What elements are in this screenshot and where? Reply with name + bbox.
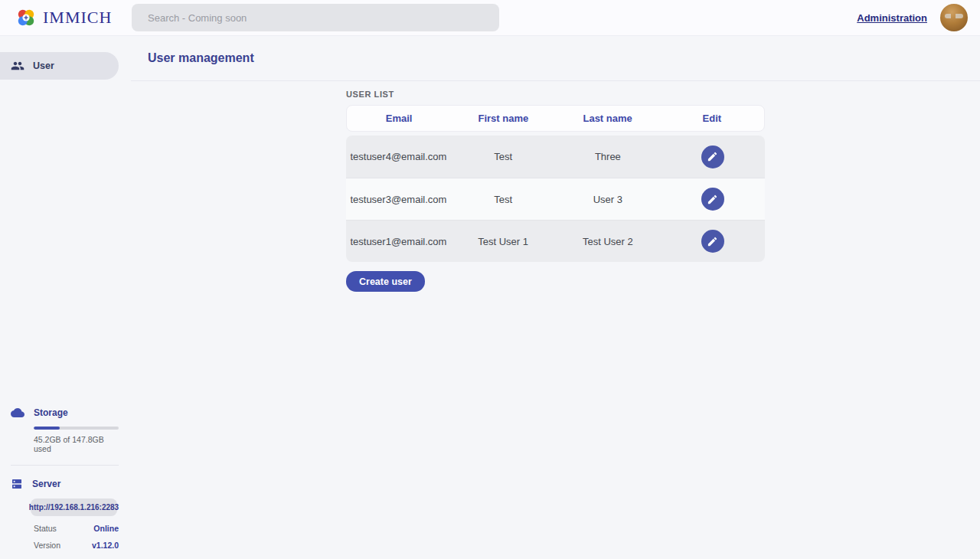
user-list-heading: USER LIST — [346, 90, 765, 99]
storage-progress-fill — [34, 427, 60, 430]
top-navbar: IMMICH Administration — [0, 0, 980, 36]
user-avatar[interactable] — [940, 4, 968, 31]
status-label: Status — [34, 524, 57, 533]
table-row: testuser4@email.com Test Three — [346, 136, 765, 178]
cloud-icon — [11, 406, 24, 420]
server-icon — [11, 478, 23, 490]
edit-user-button[interactable] — [701, 230, 724, 253]
server-url-badge: http://192.168.1.216:2283 — [31, 499, 117, 516]
sidebar-divider — [11, 465, 119, 466]
column-header-first-name: First name — [451, 113, 555, 124]
immich-flower-icon — [15, 7, 37, 28]
cell-last-name: Three — [556, 151, 661, 162]
status-value: Online — [93, 524, 119, 533]
create-user-button[interactable]: Create user — [346, 271, 425, 292]
cell-email: testuser1@email.com — [346, 236, 451, 247]
page-title: User management — [148, 51, 254, 65]
sidebar-item-user[interactable]: User — [0, 52, 119, 80]
cell-last-name: Test User 2 — [556, 236, 661, 247]
page-header: User management — [131, 36, 980, 81]
user-table-body: testuser4@email.com Test Three te — [346, 136, 765, 262]
storage-usage-text: 45.2GB of 147.8GB used — [34, 435, 119, 453]
server-status-row: Status Online — [34, 524, 119, 533]
table-row: testuser1@email.com Test User 1 Test Use… — [346, 220, 765, 262]
column-header-edit: Edit — [660, 113, 764, 124]
pencil-icon — [707, 236, 718, 247]
edit-user-button[interactable] — [701, 188, 724, 211]
content-area: User Storage 45.2GB of 147.8GB used — [0, 36, 980, 559]
people-icon — [11, 59, 24, 73]
user-table-header: Email First name Last name Edit — [346, 105, 765, 132]
main-panel: User management USER LIST Email First na… — [131, 36, 980, 559]
logo-text: IMMICH — [43, 8, 112, 28]
pencil-icon — [707, 151, 718, 162]
edit-user-button[interactable] — [701, 145, 724, 168]
column-header-email: Email — [347, 113, 451, 124]
cell-first-name: Test User 1 — [451, 236, 556, 247]
pencil-icon — [707, 194, 718, 205]
storage-progress-bar — [34, 427, 119, 430]
immich-admin-app: IMMICH Administration User — [0, 0, 980, 559]
storage-section: Storage 45.2GB of 147.8GB used — [11, 406, 119, 453]
sidebar: User Storage 45.2GB of 147.8GB used — [0, 36, 131, 559]
version-label: Version — [34, 541, 60, 550]
storage-title: Storage — [34, 407, 68, 418]
table-row: testuser3@email.com Test User 3 — [346, 178, 765, 220]
administration-link[interactable]: Administration — [857, 12, 927, 24]
server-version-row: Version v1.12.0 — [34, 541, 119, 550]
search-input[interactable] — [132, 4, 499, 31]
cell-first-name: Test — [451, 151, 556, 162]
server-title: Server — [32, 479, 60, 489]
cell-email: testuser3@email.com — [346, 194, 451, 205]
server-section: Server http://192.168.1.216:2283 Status … — [11, 478, 119, 550]
column-header-last-name: Last name — [556, 113, 660, 124]
sidebar-item-user-label: User — [33, 60, 54, 71]
cell-last-name: User 3 — [556, 194, 661, 205]
cell-email: testuser4@email.com — [346, 151, 451, 162]
cell-first-name: Test — [451, 194, 556, 205]
version-value: v1.12.0 — [92, 541, 119, 550]
immich-logo[interactable]: IMMICH — [15, 7, 132, 28]
page-body: USER LIST Email First name Last name Edi… — [346, 81, 765, 292]
sidebar-status-panel: Storage 45.2GB of 147.8GB used Server — [0, 406, 131, 559]
